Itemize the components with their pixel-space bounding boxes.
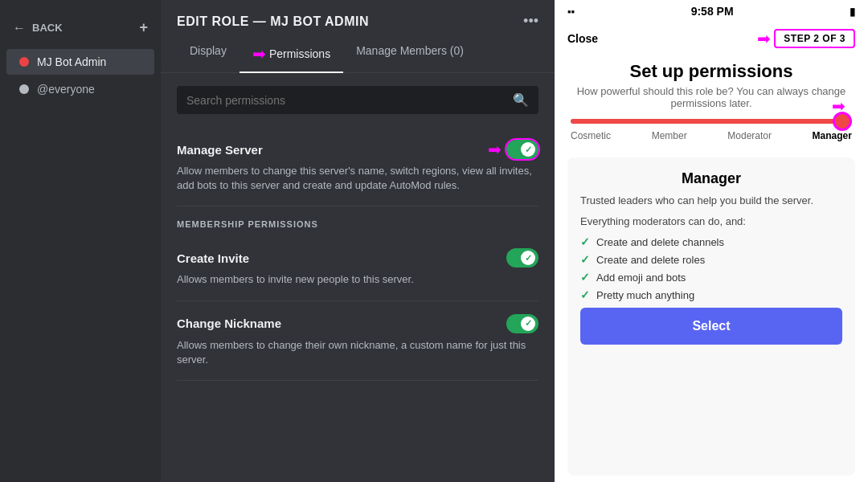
permission-name-invite: Create Invite (177, 251, 249, 265)
slider-label-moderator: Moderator (727, 130, 772, 141)
manager-card: Manager Trusted leaders who can help you… (567, 157, 855, 476)
mobile-panel: ▪▪ 9:58 PM ▮ Close ➡ STEP 2 OF 3 Set up … (555, 0, 868, 482)
step-arrow-icon: ➡ (757, 29, 771, 48)
select-button[interactable]: Select (580, 308, 842, 345)
tab-permissions[interactable]: ➡ Permissions (240, 36, 343, 73)
feature-label-3: Add emoji and bots (596, 272, 686, 284)
mobile-status-bar: ▪▪ 9:58 PM ▮ (555, 0, 868, 22)
role-name-everyone: @everyone (37, 83, 95, 96)
feature-item-4: ✓ Pretty much anything (580, 288, 842, 301)
change-nickname-toggle[interactable]: ✓ (506, 314, 538, 333)
manager-features-list: ✓ Create and delete channels ✓ Create an… (580, 235, 842, 301)
toggle-wrapper: ✓ (506, 140, 538, 159)
permission-name-nickname: Change Nickname (177, 317, 281, 330)
toggle-dot-invite: ✓ (521, 251, 535, 265)
page-title: EDIT ROLE — MJ BOT ADMIN (177, 14, 369, 29)
more-options-button[interactable]: ••• (523, 13, 538, 30)
close-button[interactable]: Close (567, 32, 598, 45)
back-label: BACK (32, 22, 63, 34)
permission-slider[interactable]: Cosmetic Member Moderator Manager ➡ (555, 119, 868, 151)
permissions-list: Manage Server ➡ ✓ Allow members to chang… (161, 127, 555, 482)
role-color-dot-everyone (19, 84, 29, 94)
slider-labels: Cosmetic Member Moderator Manager (571, 130, 852, 151)
search-input[interactable] (186, 94, 513, 107)
main-content: EDIT ROLE — MJ BOT ADMIN ••• Display ➡ P… (161, 0, 555, 482)
section-membership-label: MEMBERSHIP PERMISSIONS (177, 206, 538, 235)
toggle-container: ➡ ✓ (488, 140, 538, 159)
slider-label-member: Member (652, 130, 687, 141)
setup-subtitle: How powerful should this role be? You ca… (555, 85, 868, 119)
feature-label-2: Create and delete roles (596, 254, 705, 266)
toggle-ring-highlight (505, 138, 540, 161)
add-role-button[interactable]: + (139, 19, 148, 36)
check-icon-2: ✓ (580, 253, 590, 266)
slider-label-cosmetic: Cosmetic (571, 130, 611, 141)
permission-row-nickname: Change Nickname ✓ (177, 314, 538, 333)
permission-row: Manage Server ➡ ✓ (177, 140, 538, 159)
slider-label-manager: Manager (813, 130, 852, 141)
search-bar[interactable]: 🔍 (177, 86, 538, 114)
manage-server-arrow: ➡ (488, 140, 502, 159)
check-icon-1: ✓ (580, 235, 590, 248)
main-header: EDIT ROLE — MJ BOT ADMIN ••• (161, 0, 555, 30)
toggle-dot-nickname: ✓ (521, 317, 535, 331)
slider-fill (571, 119, 852, 124)
permission-description: Allow members to change this server's na… (177, 164, 538, 193)
feature-item-3: ✓ Add emoji and bots (580, 271, 842, 284)
setup-title: Set up permissions (555, 55, 868, 85)
permission-change-nickname: Change Nickname ✓ Allows members to chan… (177, 301, 538, 381)
permission-desc-nickname: Allows members to change their own nickn… (177, 338, 538, 367)
tab-manage-members[interactable]: Manage Members (0) (343, 36, 477, 73)
create-invite-toggle[interactable]: ✓ (506, 248, 538, 268)
permission-desc-invite: Allows members to invite new people to t… (177, 272, 538, 287)
permission-manage-server: Manage Server ➡ ✓ Allow members to chang… (177, 127, 538, 206)
check-icon-3: ✓ (580, 271, 590, 284)
permission-name: Manage Server (177, 143, 263, 157)
manager-desc-1: Trusted leaders who can help you build t… (580, 194, 842, 208)
manager-card-title: Manager (580, 170, 842, 187)
tab-bar: Display ➡ Permissions Manage Members (0) (161, 36, 555, 73)
role-item-mj-bot-admin[interactable]: MJ Bot Admin (6, 49, 154, 75)
check-icon-4: ✓ (580, 288, 590, 301)
step-container: ➡ STEP 2 OF 3 (757, 29, 855, 48)
status-time: 9:58 PM (691, 5, 734, 18)
role-color-dot (19, 57, 29, 67)
slider-arrow-indicator: ➡ (832, 96, 845, 116)
permission-create-invite: Create Invite ✓ Allows members to invite… (177, 235, 538, 300)
left-sidebar: ← BACK + MJ Bot Admin @everyone (0, 0, 161, 482)
feature-item-1: ✓ Create and delete channels (580, 235, 842, 248)
feature-label-4: Pretty much anything (596, 289, 694, 301)
search-icon: 🔍 (513, 92, 529, 108)
tab-display[interactable]: Display (177, 36, 240, 73)
mobile-nav: Close ➡ STEP 2 OF 3 (555, 22, 868, 55)
feature-label-1: Create and delete channels (596, 236, 724, 248)
role-name: MJ Bot Admin (37, 55, 106, 68)
tab-arrow-indicator: ➡ (252, 44, 266, 63)
permission-row-invite: Create Invite ✓ (177, 248, 538, 268)
signal-icon: ▪▪ (567, 6, 575, 18)
back-button[interactable]: ← BACK + (0, 13, 161, 43)
step-badge: STEP 2 OF 3 (774, 29, 855, 48)
battery-icon: ▮ (850, 6, 855, 18)
slider-track (571, 119, 852, 124)
manager-desc-2: Everything moderators can do, and: (580, 214, 842, 229)
feature-item-2: ✓ Create and delete roles (580, 253, 842, 266)
role-item-everyone[interactable]: @everyone (6, 76, 154, 102)
back-arrow-icon: ← (13, 21, 26, 35)
